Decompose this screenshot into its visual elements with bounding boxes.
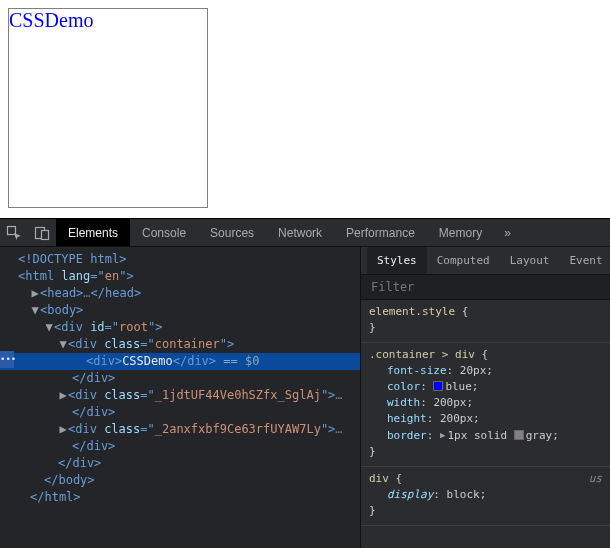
expand-icon[interactable]: ▶ — [58, 421, 68, 438]
chevron-double-right-icon: » — [504, 226, 511, 240]
dom-line-selected[interactable]: <div>CSSDemo</div> == $0 — [0, 353, 360, 370]
dots-icon: ••• — [0, 354, 16, 364]
css-prop[interactable]: height: 200px; — [369, 411, 602, 427]
styles-filter-row — [361, 275, 610, 300]
rendered-page: CSSDemo — [0, 0, 610, 218]
dom-line[interactable]: ▼<div id="root"> — [0, 319, 360, 336]
dom-line[interactable]: </div> — [0, 370, 360, 387]
tab-elements[interactable]: Elements — [56, 219, 130, 246]
tab-label: Elements — [68, 226, 118, 240]
styles-tab-computed[interactable]: Computed — [427, 247, 500, 274]
tab-label: Network — [278, 226, 322, 240]
dom-line[interactable]: </div> — [0, 455, 360, 472]
tab-sources[interactable]: Sources — [198, 219, 266, 246]
dom-line[interactable]: <html lang="en"> — [0, 268, 360, 285]
dom-line[interactable]: ▶<div class="_1jdtUF44Ve0hSZfx_SglAj">… — [0, 387, 360, 404]
selector-text: element.style — [369, 305, 455, 318]
devtools-toolbar: Elements Console Sources Network Perform… — [0, 219, 610, 247]
dom-line[interactable]: ▶<head>…</head> — [0, 285, 360, 302]
dom-tree[interactable]: ••• <!DOCTYPE html> <html lang="en"> ▶<h… — [0, 247, 360, 548]
selector-text: div — [369, 472, 389, 485]
rule-container-div[interactable]: .container > div { font-size: 20px; colo… — [361, 343, 610, 467]
styles-filter-input[interactable] — [369, 279, 602, 295]
device-toolbar-icon[interactable] — [28, 219, 56, 247]
collapse-icon[interactable]: ▼ — [58, 336, 68, 353]
svg-rect-2 — [42, 230, 49, 239]
dom-line[interactable]: </html> — [0, 489, 360, 506]
tab-label: Memory — [439, 226, 482, 240]
main-tabs: Elements Console Sources Network Perform… — [56, 219, 494, 246]
expand-icon[interactable]: ▶ — [30, 285, 40, 302]
tab-label: Console — [142, 226, 186, 240]
expand-icon[interactable]: ▶ — [58, 387, 68, 404]
shorthand-expand-icon[interactable]: ▶ — [440, 427, 445, 443]
more-tabs-button[interactable]: » — [494, 226, 521, 240]
styles-tab-styles[interactable]: Styles — [367, 247, 427, 274]
devtools-panel: Elements Console Sources Network Perform… — [0, 218, 610, 548]
rule-user-agent-div[interactable]: us div { display: block; } — [361, 467, 610, 526]
inspect-element-icon[interactable] — [0, 219, 28, 247]
color-swatch-icon[interactable] — [514, 430, 524, 440]
styles-tab-layout[interactable]: Layout — [500, 247, 560, 274]
devtools-panes: ••• <!DOCTYPE html> <html lang="en"> ▶<h… — [0, 247, 610, 548]
styles-tab-event[interactable]: Event — [559, 247, 610, 274]
collapse-icon[interactable]: ▼ — [30, 302, 40, 319]
tab-performance[interactable]: Performance — [334, 219, 427, 246]
tab-network[interactable]: Network — [266, 219, 334, 246]
styles-tabs: Styles Computed Layout Event — [361, 247, 610, 275]
styles-pane: Styles Computed Layout Event element.sty… — [360, 247, 610, 548]
color-swatch-icon[interactable] — [433, 381, 443, 391]
rule-element-style[interactable]: element.style { } — [361, 300, 610, 343]
collapse-icon[interactable]: ▼ — [44, 319, 54, 336]
tab-label: Computed — [437, 254, 490, 267]
dom-line[interactable]: </div> — [0, 404, 360, 421]
tab-memory[interactable]: Memory — [427, 219, 494, 246]
css-prop[interactable]: border: ▶1px solid gray; — [369, 427, 602, 444]
tab-label: Performance — [346, 226, 415, 240]
tab-label: Styles — [377, 254, 417, 267]
tab-label: Layout — [510, 254, 550, 267]
demo-container: CSSDemo — [8, 8, 208, 208]
tab-label: Event — [569, 254, 602, 267]
css-prop[interactable]: display: block; — [369, 487, 602, 503]
selector-text: .container > div — [369, 348, 475, 361]
css-prop[interactable]: color: blue; — [369, 379, 602, 395]
dom-line[interactable]: ▼<div class="container"> — [0, 336, 360, 353]
css-prop[interactable]: width: 200px; — [369, 395, 602, 411]
dom-line[interactable]: ▶<div class="_2anxfxbf9Ce63rfUYAW7Ly">… — [0, 421, 360, 438]
selection-gutter: ••• — [0, 351, 14, 368]
stylesheet-origin: us — [589, 471, 602, 487]
dom-line[interactable]: <!DOCTYPE html> — [0, 251, 360, 268]
demo-text: CSSDemo — [9, 9, 93, 31]
dom-line[interactable]: </div> — [0, 438, 360, 455]
tab-console[interactable]: Console — [130, 219, 198, 246]
dom-line[interactable]: </body> — [0, 472, 360, 489]
dom-line[interactable]: ▼<body> — [0, 302, 360, 319]
css-prop[interactable]: font-size: 20px; — [369, 363, 602, 379]
tab-label: Sources — [210, 226, 254, 240]
